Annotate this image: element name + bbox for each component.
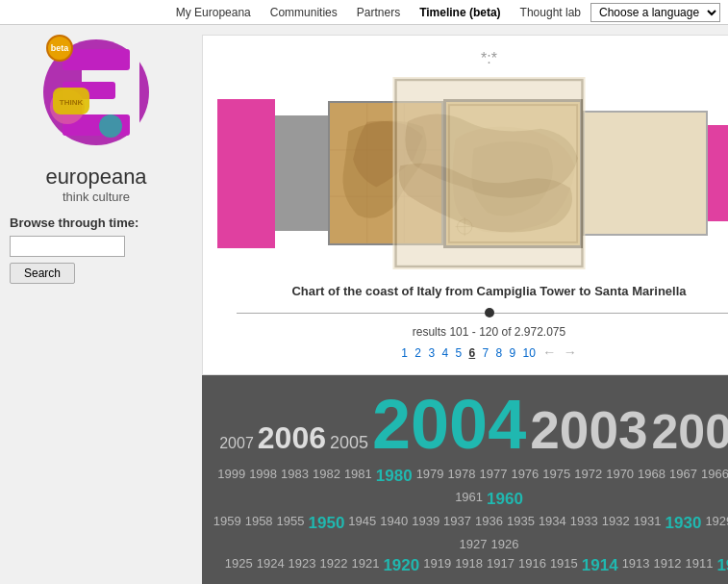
year-1961[interactable]: 1961 [455, 490, 483, 509]
year-timeline: 2007 2006 2005 2004 2003 2002 1999 1998 … [202, 375, 728, 584]
year-1955[interactable]: 1955 [277, 514, 305, 533]
year-1958[interactable]: 1958 [245, 514, 273, 533]
year-1924[interactable]: 1924 [257, 556, 285, 575]
page-4[interactable]: 4 [441, 346, 448, 360]
year-1922[interactable]: 1922 [320, 556, 348, 575]
map-pink-bar-right [708, 125, 728, 221]
next-arrow[interactable]: → [564, 344, 577, 360]
year-1912[interactable]: 1912 [654, 556, 682, 575]
year-1979[interactable]: 1979 [416, 467, 444, 486]
year-2005[interactable]: 2005 [330, 433, 368, 453]
years-row-4: 1925 1924 1923 1922 1921 1920 1919 1918 … [212, 556, 728, 575]
svg-rect-2 [63, 49, 130, 70]
page-7[interactable]: 7 [483, 346, 490, 360]
year-1923[interactable]: 1923 [289, 556, 316, 575]
year-1937[interactable]: 1937 [443, 514, 471, 533]
page-10[interactable]: 10 [523, 346, 536, 360]
year-1977[interactable]: 1977 [479, 467, 507, 486]
year-1911[interactable]: 1911 [685, 556, 713, 575]
year-2004[interactable]: 2004 [372, 390, 526, 459]
page-8[interactable]: 8 [496, 346, 503, 360]
nav-my-europeana[interactable]: My Europeana [176, 6, 251, 19]
browse-label: Browse through time: [10, 216, 183, 230]
year-1935[interactable]: 1935 [507, 514, 535, 533]
timeline-line-right [494, 313, 729, 314]
year-1919[interactable]: 1919 [423, 556, 451, 575]
year-1972[interactable]: 1972 [574, 467, 602, 486]
year-2006[interactable]: 2006 [258, 420, 326, 456]
year-1934[interactable]: 1934 [539, 514, 566, 533]
year-1998[interactable]: 1998 [249, 467, 277, 486]
main-years-row: 2007 2006 2005 2004 2003 2002 [212, 390, 728, 459]
year-1981[interactable]: 1981 [344, 467, 372, 486]
year-1976[interactable]: 1976 [511, 467, 539, 486]
year-1945[interactable]: 1945 [348, 514, 376, 533]
year-1999[interactable]: 1999 [217, 467, 245, 486]
year-1920-hl[interactable]: 1920 [383, 556, 419, 575]
beta-badge: beta [46, 35, 73, 62]
year-1980[interactable]: 1980 [376, 467, 413, 486]
svg-text:THINK: THINK [60, 98, 84, 107]
year-1925[interactable]: 1925 [225, 556, 253, 575]
loading-indicator: *:* [217, 50, 728, 67]
year-1975[interactable]: 1975 [542, 467, 570, 486]
year-1950-hl[interactable]: 1950 [309, 514, 345, 533]
year-1932[interactable]: 1932 [602, 514, 630, 533]
site-name: europeana [10, 165, 183, 190]
sidebar: beta THINK [0, 25, 192, 584]
search-input[interactable] [10, 236, 125, 257]
nav-communities[interactable]: Communities [270, 6, 338, 19]
year-1968[interactable]: 1968 [638, 467, 665, 486]
right-map-svg [583, 111, 708, 236]
year-1936[interactable]: 1936 [475, 514, 503, 533]
prev-arrow[interactable]: ← [542, 344, 556, 360]
year-1914-hl[interactable]: 1914 [582, 556, 618, 575]
year-1916[interactable]: 1916 [518, 556, 546, 575]
map-image-right[interactable] [583, 111, 708, 236]
year-1931[interactable]: 1931 [634, 514, 662, 533]
year-1940[interactable]: 1940 [380, 514, 408, 533]
year-1917[interactable]: 1917 [487, 556, 515, 575]
year-1930-hl[interactable]: 1930 [665, 514, 702, 533]
page-1[interactable]: 1 [401, 346, 408, 360]
year-1915[interactable]: 1915 [550, 556, 578, 575]
year-1913[interactable]: 1913 [622, 556, 650, 575]
year-1978[interactable]: 1978 [448, 467, 476, 486]
year-1967[interactable]: 1967 [669, 467, 697, 486]
year-1927[interactable]: 1927 [460, 537, 488, 551]
years-row-2: 1999 1998 1983 1982 1981 1980 1979 1978 … [212, 467, 728, 509]
year-1983[interactable]: 1983 [281, 467, 309, 486]
search-button[interactable]: Search [10, 263, 75, 284]
year-1921[interactable]: 1921 [351, 556, 379, 575]
year-1910-hl[interactable]: 1910 [716, 556, 728, 575]
timeline-line-left [237, 313, 485, 314]
year-1970[interactable]: 1970 [606, 467, 634, 486]
pagination: 1 2 3 4 5 6 7 8 9 10 ← → [217, 344, 728, 360]
year-1929[interactable]: 1929 [705, 514, 728, 533]
year-1982[interactable]: 1982 [313, 467, 340, 486]
year-1959[interactable]: 1959 [213, 514, 241, 533]
language-select[interactable]: Choose a language [590, 3, 720, 22]
year-1926[interactable]: 1926 [491, 537, 519, 551]
nav-timeline[interactable]: Timeline (beta) [419, 6, 500, 19]
page-5[interactable]: 5 [455, 346, 462, 360]
year-1960-hl[interactable]: 1960 [487, 490, 523, 509]
timeline-dot [485, 308, 494, 317]
page-2[interactable]: 2 [414, 346, 421, 360]
page-current: 6 [468, 346, 475, 360]
year-1933[interactable]: 1933 [570, 514, 598, 533]
nav-thought-lab[interactable]: Thought lab [520, 6, 581, 19]
site-tagline: think culture [10, 190, 183, 204]
svg-point-6 [99, 114, 122, 138]
year-1966[interactable]: 1966 [701, 467, 728, 486]
main-layout: beta THINK [0, 25, 728, 584]
page-9[interactable]: 9 [510, 346, 516, 360]
page-3[interactable]: 3 [428, 346, 435, 360]
year-2003[interactable]: 2003 [530, 404, 647, 457]
nav-partners[interactable]: Partners [357, 6, 400, 19]
year-2007[interactable]: 2007 [219, 435, 254, 452]
year-2002[interactable]: 2002 [652, 408, 728, 456]
map-images-container [217, 77, 728, 269]
year-1939[interactable]: 1939 [412, 514, 439, 533]
year-1918[interactable]: 1918 [455, 556, 483, 575]
